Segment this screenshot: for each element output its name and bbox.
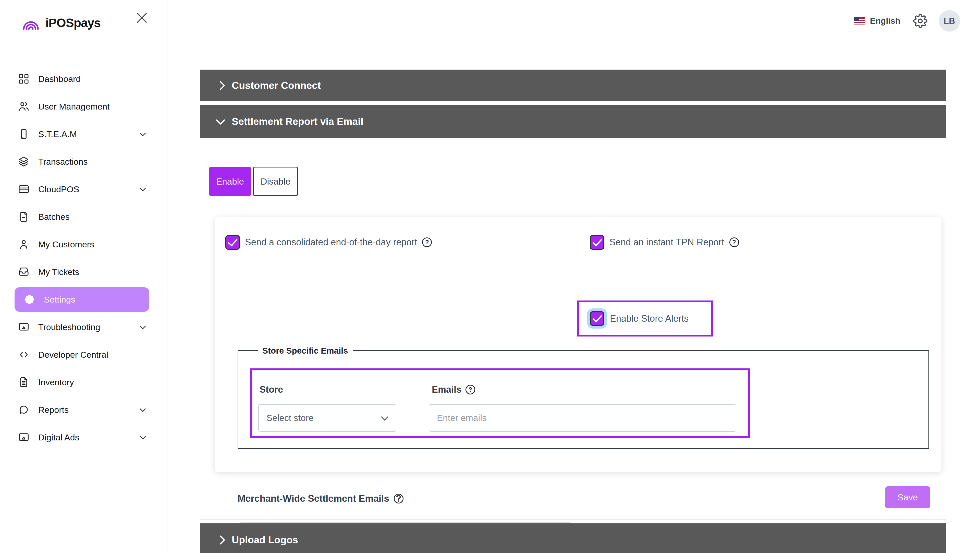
close-sidebar-icon[interactable] [135,11,149,25]
chevron-down-icon [140,185,146,191]
users-icon [18,100,30,112]
accordion-upload-logos[interactable]: Upload Logos [200,523,946,553]
chevron-down-icon [140,406,146,412]
screen-cast-icon [18,321,30,333]
enable-button[interactable]: Enable [209,167,251,196]
inbox-icon [18,266,30,278]
language-selector[interactable]: English [854,16,900,26]
grid-icon [18,73,30,85]
help-icon[interactable]: ? [394,494,404,504]
sidebar-item-user-management[interactable]: User Management [0,93,167,120]
sidebar-menu: Dashboard User Management S.T.E.A.M Tran… [0,65,167,451]
user-icon [18,239,30,250]
layers-icon [18,156,30,167]
consolidated-report-option: Send a consolidated end-of-the-day repor… [225,235,432,250]
select-store-dropdown[interactable]: Select store [258,404,396,432]
sidebar-item-cloudpos[interactable]: CloudPOS [0,175,167,203]
sidebar-item-dashboard[interactable]: Dashboard [0,65,167,93]
sidebar-item-developer-central[interactable]: Developer Central [0,341,167,368]
store-label: Store [259,384,283,395]
store-specific-emails-fieldset: Store Specific Emails Store Emails ? Sel… [238,350,929,449]
sidebar-item-inventory[interactable]: Inventory [0,368,167,396]
sidebar-item-digital-ads[interactable]: Digital Ads [0,424,167,451]
store-row-highlight: Store Emails ? Select store [250,368,750,438]
select-store-placeholder: Select store [266,413,313,423]
instant-tpn-label: Send an instant TPN Report [609,237,724,248]
gear-icon[interactable] [913,14,928,28]
us-flag-icon [854,17,865,25]
settlement-panel: Enable Disable Send a consolidated end-o… [200,138,946,520]
avatar[interactable]: LB [939,10,960,32]
brand-name: iPOSpays [45,16,100,30]
file-icon [18,211,30,223]
topbar: English LB [854,10,960,32]
store-emails-input[interactable] [429,404,736,432]
flower-icon [24,293,35,305]
store-specific-emails-legend: Store Specific Emails [258,346,353,355]
chevron-down-icon [140,130,146,136]
chevron-down-icon [140,323,146,329]
accordion-customer-connect[interactable]: Customer Connect [200,69,946,101]
chevron-right-icon [216,535,225,545]
help-icon[interactable]: ? [422,237,432,247]
instant-tpn-checkbox[interactable] [590,235,605,250]
accordion-settlement-report[interactable]: Settlement Report via Email [200,105,946,138]
enable-store-alerts-highlight: Enable Store Alerts [577,301,713,336]
chevron-down-icon [216,115,225,124]
settlement-card: Send a consolidated end-of-the-day repor… [215,217,942,472]
help-icon[interactable]: ? [466,385,475,394]
chevron-right-icon [216,81,225,90]
chat-bubble-icon [18,404,30,416]
sidebar: iPOSpays Dashboard User Management S.T.E… [0,0,167,553]
merchant-wide-heading: Merchant-Wide Settlement Emails ? [238,493,404,504]
help-icon[interactable]: ? [729,237,739,247]
sidebar-item-transactions[interactable]: Transactions [0,148,167,175]
document-icon [18,376,30,388]
language-label: English [870,16,900,26]
sidebar-item-steam[interactable]: S.T.E.A.M [0,120,167,148]
enable-store-alerts-label: Enable Store Alerts [610,313,689,324]
sidebar-item-troubleshooting[interactable]: Troubleshooting [0,313,167,341]
sidebar-item-batches[interactable]: Batches [0,203,167,231]
credit-card-icon [18,183,30,195]
screen-cast-icon [18,432,30,443]
chevron-down-icon [381,413,388,421]
consolidated-report-checkbox[interactable] [225,235,240,250]
sidebar-item-my-customers[interactable]: My Customers [0,231,167,258]
sidebar-item-settings[interactable]: Settings [0,286,167,313]
chevron-down-icon [140,433,146,440]
consolidated-report-label: Send a consolidated end-of-the-day repor… [245,237,417,248]
phone-icon [18,128,30,140]
sidebar-item-reports[interactable]: Reports [0,396,167,424]
brand-logo[interactable]: iPOSpays [21,14,100,32]
code-icon [18,349,30,360]
instant-tpn-option: Send an instant TPN Report ? [590,235,739,250]
disable-button[interactable]: Disable [253,167,298,196]
enable-store-alerts-checkbox[interactable] [590,311,605,326]
emails-label: Emails ? [432,384,475,395]
rainbow-logo-icon [21,14,41,32]
save-button[interactable]: Save [885,486,930,508]
sidebar-item-my-tickets[interactable]: My Tickets [0,258,167,286]
